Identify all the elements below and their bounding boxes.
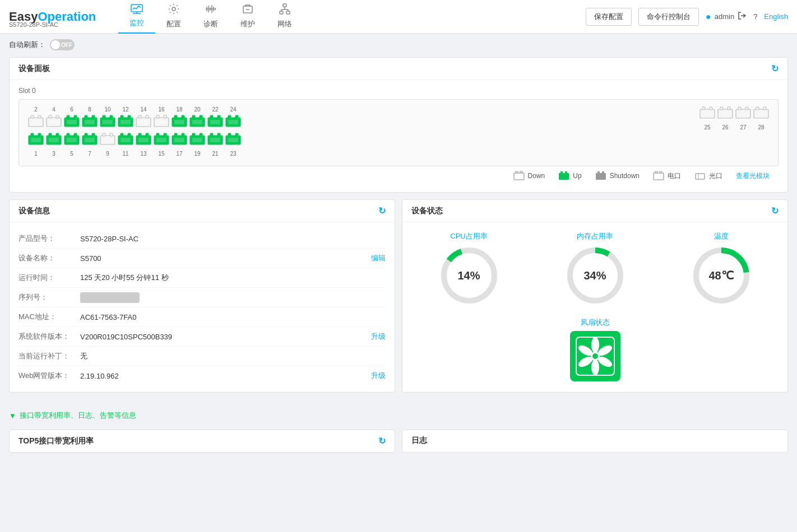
port-icon[interactable] xyxy=(207,115,223,128)
port-icon[interactable] xyxy=(82,133,98,146)
help-icon[interactable]: ? xyxy=(753,12,757,21)
svg-rect-73 xyxy=(49,133,52,136)
top-port-numbers: 24681012141618202224 xyxy=(28,106,679,113)
svg-rect-121 xyxy=(720,107,723,110)
svg-rect-43 xyxy=(121,120,131,124)
expand-arrow-icon: ▼ xyxy=(9,412,16,420)
port-icon[interactable] xyxy=(46,115,62,128)
svg-rect-54 xyxy=(182,115,184,118)
svg-rect-57 xyxy=(192,115,195,118)
port-icon[interactable] xyxy=(225,115,241,128)
svg-rect-127 xyxy=(738,111,748,116)
top5-refresh-icon[interactable]: ↻ xyxy=(378,436,386,446)
port-icon[interactable] xyxy=(28,115,44,128)
nav-network[interactable]: 网络 xyxy=(266,0,303,35)
port-icon[interactable] xyxy=(172,115,187,128)
svg-rect-122 xyxy=(728,107,730,110)
nav-config[interactable]: 配置 xyxy=(155,0,192,35)
bottom-expand[interactable]: ▼ 接口带宽利用率、日志、告警等信息 xyxy=(9,406,788,425)
port-icon[interactable] xyxy=(207,133,223,146)
svg-rect-139 xyxy=(597,171,600,173)
port-icon[interactable] xyxy=(136,133,151,146)
language-button[interactable]: English xyxy=(764,12,788,21)
header: Easy Operation S5720-28P-SI-AC 监控 配置 诊断 xyxy=(0,0,797,34)
device-panel-body: Slot 0 24681012141618202224 xyxy=(10,80,787,192)
info-row: 运行时间：125 天20 小时55 分钟11 秒 xyxy=(18,268,386,288)
info-label: 运行时间： xyxy=(18,273,80,283)
svg-rect-142 xyxy=(655,171,657,173)
info-action-link[interactable]: 编辑 xyxy=(371,253,386,263)
svg-rect-39 xyxy=(103,120,113,124)
auto-refresh-toggle[interactable]: OFF xyxy=(50,39,75,50)
info-action-link[interactable]: 升级 xyxy=(371,332,386,342)
main-content: 自动刷新： OFF 设备面板 ↻ Slot 0 2468101214161820… xyxy=(0,34,797,465)
port-icon[interactable] xyxy=(136,115,151,128)
svg-rect-75 xyxy=(49,138,59,142)
port-icon[interactable] xyxy=(118,133,133,146)
view-optic-link[interactable]: 查看光模块 xyxy=(736,171,770,181)
svg-rect-62 xyxy=(217,115,220,118)
svg-rect-67 xyxy=(228,120,238,124)
info-action-link[interactable]: 升级 xyxy=(371,371,386,381)
port-icon[interactable] xyxy=(717,106,733,120)
info-value: 125 天20 小时55 分钟11 秒 xyxy=(80,273,386,283)
port-icon[interactable] xyxy=(189,133,205,146)
port-icon[interactable] xyxy=(28,133,44,146)
svg-rect-61 xyxy=(210,115,213,118)
svg-rect-132 xyxy=(514,173,524,180)
svg-rect-114 xyxy=(235,133,238,136)
device-info-refresh-icon[interactable]: ↻ xyxy=(378,206,386,216)
legend-bar: Down Up Shutdown 电口 光口 查看光模 xyxy=(18,166,779,185)
memory-gauge: 内存占用率 34% xyxy=(537,231,652,306)
legend-shutdown-label: Shutdown xyxy=(610,172,640,180)
info-value: S5700 xyxy=(80,254,371,263)
port-icon[interactable] xyxy=(154,133,169,146)
port-icon[interactable] xyxy=(100,115,115,128)
svg-rect-118 xyxy=(710,107,712,110)
port-icon[interactable] xyxy=(154,115,169,128)
svg-rect-135 xyxy=(559,173,569,180)
nav-diagnose[interactable]: 诊断 xyxy=(192,0,229,35)
fan-icon-container xyxy=(570,331,620,381)
port-icon[interactable] xyxy=(64,115,80,128)
fan-section: 风扇状态 xyxy=(411,318,779,381)
save-config-button[interactable]: 保存配置 xyxy=(586,8,632,26)
svg-rect-50 xyxy=(164,115,166,118)
info-value: AC61-7563-7FA0 xyxy=(80,313,386,321)
port-icon[interactable] xyxy=(64,133,80,146)
ports-left: 24681012141618202224 xyxy=(28,106,679,159)
port-icon[interactable] xyxy=(699,106,715,120)
port-icon[interactable] xyxy=(189,115,205,128)
port-icon[interactable] xyxy=(225,133,241,146)
port-icon[interactable] xyxy=(753,106,769,120)
svg-rect-102 xyxy=(182,133,184,136)
device-panel-header: 设备面板 ↻ xyxy=(10,58,787,80)
svg-rect-99 xyxy=(156,138,166,142)
device-panel-refresh-icon[interactable]: ↻ xyxy=(771,63,779,74)
nav-maintain[interactable]: 维护 xyxy=(229,0,266,35)
nav-monitor[interactable]: 监控 xyxy=(118,0,155,34)
port-icon[interactable] xyxy=(100,133,115,146)
svg-rect-31 xyxy=(67,120,77,124)
auto-refresh-label: 自动刷新： xyxy=(9,40,45,50)
bottom-expand-label: 接口带宽利用率、日志、告警等信息 xyxy=(20,410,136,421)
port-icon[interactable] xyxy=(172,133,187,146)
port-number: 26 xyxy=(717,124,733,130)
port-icon[interactable] xyxy=(82,115,98,128)
svg-rect-71 xyxy=(31,138,41,142)
cmd-console-button[interactable]: 命令行控制台 xyxy=(638,8,699,26)
device-status-refresh-icon[interactable]: ↻ xyxy=(771,206,779,216)
port-icon[interactable] xyxy=(118,115,133,128)
log-title: 日志 xyxy=(411,436,427,446)
svg-rect-125 xyxy=(738,107,741,110)
port-icon[interactable] xyxy=(735,106,751,120)
port-icon[interactable] xyxy=(46,133,62,146)
device-status-title: 设备状态 xyxy=(411,206,443,216)
info-value: 2.19.10.962 xyxy=(80,372,371,380)
logout-icon[interactable] xyxy=(738,11,747,22)
svg-rect-74 xyxy=(56,133,59,136)
slot-label: Slot 0 xyxy=(18,87,779,95)
temp-label: 温度 xyxy=(714,231,729,241)
device-status-body: CPU占用率 14% 内存占用率 xyxy=(402,222,787,390)
nav-maintain-label: 维护 xyxy=(240,19,255,29)
